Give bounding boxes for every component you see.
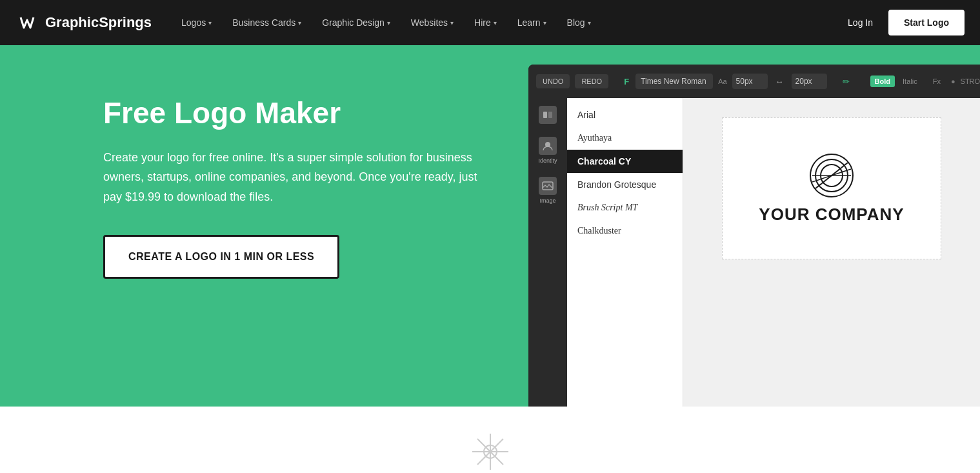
nav-item-graphic-design[interactable]: Graphic Design ▾ <box>312 0 401 45</box>
bold-badge[interactable]: Bold <box>870 75 895 87</box>
editor-preview: UNDO REDO F Aa ↔ ✏ Bold Italic Fx ● STRO… <box>528 45 980 407</box>
font-panel: Arial Ayuthaya Charcoal CY Brandon Grote… <box>567 98 683 407</box>
nav-right: Log In Start Logo <box>843 10 965 35</box>
brand-name: GraphicSprings <box>45 14 152 31</box>
font-option-ayuthaya[interactable]: Ayuthaya <box>567 126 683 150</box>
hero-description: Create your logo for free online. It's a… <box>103 148 477 207</box>
sidebar-item-brand[interactable] <box>539 106 557 124</box>
font-icon: F <box>624 77 629 86</box>
nav-links: Logos ▾ Business Cards ▾ Graphic Design … <box>171 0 843 45</box>
canvas-logo-graphic <box>809 153 854 198</box>
nav-item-blog[interactable]: Blog ▾ <box>557 0 601 45</box>
nav-item-hire[interactable]: Hire ▾ <box>464 0 507 45</box>
svg-rect-2 <box>548 112 552 118</box>
chevron-down-icon: ▾ <box>387 19 390 26</box>
start-logo-button[interactable]: Start Logo <box>888 10 965 35</box>
font-list: Arial Ayuthaya Charcoal CY Brandon Grote… <box>567 98 683 248</box>
chevron-down-icon: ▾ <box>543 19 546 26</box>
font-option-chalkduster[interactable]: Chalkduster <box>567 219 683 243</box>
chevron-down-icon: ▾ <box>298 19 301 26</box>
stroke-label: STROKE <box>961 77 980 85</box>
editor-sidebar: Identity Image <box>528 98 567 407</box>
hero-section: Free Logo Maker Create your logo for fre… <box>0 45 980 407</box>
editor-body: Identity Image Arial Ayuthaya Charcoal C <box>528 98 980 407</box>
editor-toolbar: UNDO REDO F Aa ↔ ✏ Bold Italic Fx ● STRO… <box>528 65 980 98</box>
svg-rect-1 <box>543 112 547 118</box>
spacing-icon: ↔ <box>775 77 784 86</box>
image-label: Image <box>539 197 555 204</box>
font-option-charcoal-cy[interactable]: Charcoal CY <box>567 150 683 173</box>
stroke-circle-icon: ● <box>951 77 955 85</box>
chevron-down-icon: ▾ <box>588 19 591 26</box>
brand-icon <box>15 11 39 34</box>
font-option-arial[interactable]: Arial <box>567 103 683 126</box>
nav-item-business-cards[interactable]: Business Cards ▾ <box>222 0 312 45</box>
nav-item-learn[interactable]: Learn ▾ <box>507 0 557 45</box>
undo-button[interactable]: UNDO <box>536 74 570 88</box>
nav-item-websites[interactable]: Websites ▾ <box>401 0 464 45</box>
nav-item-logos[interactable]: Logos ▾ <box>171 0 222 45</box>
editor-window: UNDO REDO F Aa ↔ ✏ Bold Italic Fx ● STRO… <box>528 65 980 407</box>
sidebar-item-identity[interactable]: Identity <box>538 137 557 164</box>
font-size-input[interactable] <box>732 74 768 89</box>
chevron-down-icon: ▾ <box>208 19 212 26</box>
navbar: GraphicSprings Logos ▾ Business Cards ▾ … <box>0 0 980 45</box>
cta-button[interactable]: CREATE A LOGO IN 1 MIN OR LESS <box>103 235 339 279</box>
image-sidebar-icon <box>539 177 557 195</box>
svg-rect-0 <box>15 11 39 34</box>
identity-sidebar-icon <box>539 137 557 155</box>
identity-label: Identity <box>538 157 557 164</box>
canvas-company-name: YOUR COMPANY <box>759 205 904 225</box>
chevron-down-icon: ▾ <box>494 19 497 26</box>
canvas-workspace: YOUR COMPANY <box>722 117 941 259</box>
redo-button[interactable]: REDO <box>575 74 608 88</box>
font-option-brush[interactable]: Brush Script MT <box>567 196 683 219</box>
sidebar-item-image[interactable]: Image <box>539 177 557 204</box>
below-hero-section <box>0 407 980 473</box>
logo[interactable]: GraphicSprings <box>15 11 152 34</box>
hero-title: Free Logo Maker <box>103 97 477 130</box>
login-button[interactable]: Log In <box>843 17 878 28</box>
font-input[interactable] <box>635 74 713 89</box>
fx-label[interactable]: Fx <box>933 77 941 85</box>
font-option-brandon[interactable]: Brandon Grotesque <box>567 173 683 196</box>
tools-crosshair-icon <box>471 432 510 471</box>
italic-label[interactable]: Italic <box>903 77 917 85</box>
letter-spacing-input[interactable] <box>792 74 827 89</box>
pen-icon: ✏ <box>843 77 850 86</box>
aa-label: Aa <box>718 77 726 85</box>
brand-sidebar-icon <box>539 106 557 124</box>
editor-canvas: YOUR COMPANY <box>683 98 980 407</box>
hero-content: Free Logo Maker Create your logo for fre… <box>103 84 477 279</box>
chevron-down-icon: ▾ <box>450 19 454 26</box>
